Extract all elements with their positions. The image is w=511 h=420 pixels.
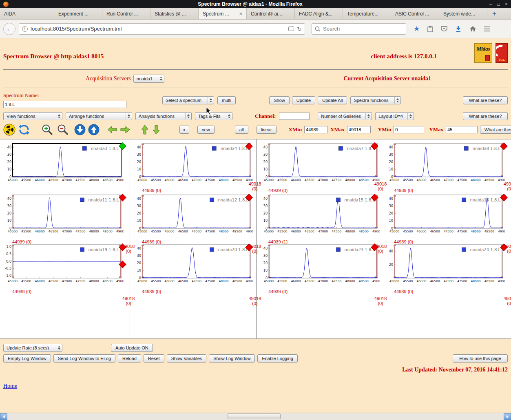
arrow-up-icon[interactable] xyxy=(140,124,149,135)
tab-fadc-align[interactable]: FADC Align &... xyxy=(295,8,343,19)
acquisition-server-select[interactable]: nnaida1 xyxy=(133,75,164,83)
reload-button[interactable]: Reload xyxy=(118,354,141,363)
spectrum-name-input[interactable] xyxy=(3,101,126,108)
search-input[interactable] xyxy=(323,26,403,32)
layout-id-dropdown[interactable]: Layout ID=4 xyxy=(375,112,414,120)
how-to-use-button[interactable]: How to use this page xyxy=(453,354,508,363)
radiation-icon[interactable] xyxy=(3,124,15,136)
update-rate-dropdown[interactable]: Update Rate (8 secs) xyxy=(3,344,62,352)
spectrum-plot[interactable]: 4030201004500045500460004650047000475004… xyxy=(257,141,380,187)
spectrum-plot[interactable]: 4030201004500045500460004650047000475004… xyxy=(1,141,124,187)
download-icon[interactable] xyxy=(455,26,462,32)
spectrum-cell-nnaida15[interactable]: 4030201004500045500460004650047000475004… xyxy=(256,191,382,242)
arrow-down-icon[interactable] xyxy=(152,124,161,135)
url-text[interactable]: localhost:8015/Spectrum/Spectrum.tml xyxy=(31,26,285,32)
scrollbar-left-button[interactable] xyxy=(0,413,7,420)
arrange-functions-dropdown[interactable]: Arrange functions xyxy=(66,112,132,120)
enable-logging-button[interactable]: Enable Logging xyxy=(257,354,297,363)
show-log-window-button[interactable]: Show Log Window xyxy=(209,354,255,363)
pocket-icon[interactable] xyxy=(441,26,447,32)
new-tab-button[interactable]: + xyxy=(487,8,501,19)
minimize-button[interactable]: – xyxy=(489,1,492,7)
spectrum-cell-nnaida24[interactable]: 4020450004550046000465004700047500480004… xyxy=(382,241,511,292)
send-log-window-button[interactable]: Send Log Window to ELog xyxy=(53,354,115,363)
reset-button[interactable]: Reset xyxy=(144,354,164,363)
tab-aida[interactable]: AIDA xyxy=(0,8,54,19)
spectrum-plot[interactable]: 4020450004550046000465004700047500480004… xyxy=(383,242,505,288)
x-button[interactable]: x xyxy=(179,126,189,134)
multi-button[interactable]: multi xyxy=(217,96,236,104)
tab-close-icon[interactable]: × xyxy=(239,11,242,17)
spectrum-plot[interactable]: 4030201004500045500460004650047000475004… xyxy=(131,242,253,288)
spectrum-plot[interactable]: 4030201004500045500460004650047000475004… xyxy=(383,192,505,238)
spectrum-plot[interactable]: 4030201004500045500460004650047000475004… xyxy=(257,192,380,238)
tab-experiment[interactable]: Experiment ... xyxy=(54,8,102,19)
reader-mode-icon[interactable] xyxy=(288,27,294,31)
info-icon[interactable]: i xyxy=(22,26,28,32)
zoom-out-icon[interactable] xyxy=(56,124,69,136)
bookmarks-clipboard-icon[interactable] xyxy=(427,26,433,32)
new-button[interactable]: new xyxy=(197,126,215,134)
home-icon[interactable] xyxy=(469,26,476,32)
analysis-functions-dropdown[interactable]: Analysis functions xyxy=(135,112,192,120)
update-all-button[interactable]: Update All xyxy=(318,96,347,104)
spectrum-plot[interactable]: 4030201004500045500460004650047000475004… xyxy=(383,141,505,187)
url-bar[interactable]: i localhost:8015/Spectrum/Spectrum.tml ↻ xyxy=(19,23,305,35)
channel-input[interactable] xyxy=(279,113,310,120)
linear-button[interactable]: linear xyxy=(257,126,277,134)
what-are-these-button-3[interactable]: What are these? xyxy=(480,126,511,134)
arrow-left-icon[interactable] xyxy=(107,125,117,134)
bookmark-star-icon[interactable]: ★ xyxy=(414,25,420,32)
spectrum-cell-nnaida23[interactable]: 4030201004500045500460004650047000475004… xyxy=(256,241,382,292)
close-button[interactable]: × xyxy=(505,1,508,7)
spectrum-plot[interactable]: 4030201004500045500460004650047000475004… xyxy=(131,141,253,187)
spectrum-cell-nnaida3[interactable]: 4030201004500045500460004650047000475004… xyxy=(0,139,130,191)
scrollbar-right-button[interactable] xyxy=(504,413,511,420)
maximize-button[interactable]: □ xyxy=(497,1,500,7)
what-are-these-button-1[interactable]: What are these? xyxy=(463,96,508,104)
zoom-in-icon[interactable] xyxy=(41,124,54,136)
spectrum-plot[interactable]: 4030201004500045500460004650047000475004… xyxy=(1,192,124,238)
tags-fits-dropdown[interactable]: Tags & Fits xyxy=(195,112,232,120)
spectrum-cell-nnaida12[interactable]: 4030201004500045500460004650047000475004… xyxy=(130,191,256,242)
spectrum-cell-nnaida19[interactable]: 1.00.50.0-0.5-1.045000455004600046500470… xyxy=(0,241,130,292)
scrollbar-track[interactable] xyxy=(7,413,504,420)
refresh-spectra-icon[interactable] xyxy=(18,124,30,136)
tab-spectrum[interactable]: Spectrum ... × xyxy=(199,8,247,19)
tab-statistics[interactable]: Statistics @ ... xyxy=(150,8,199,19)
tab-temperature[interactable]: Temperature... xyxy=(343,8,391,19)
spectrum-cell-nnaida20[interactable]: 4030201004500045500460004650047000475004… xyxy=(130,241,256,292)
back-button[interactable]: ← xyxy=(3,23,15,35)
tab-run-control[interactable]: Run Control ... xyxy=(102,8,150,19)
menu-icon[interactable] xyxy=(484,27,490,31)
xmax-input[interactable] xyxy=(347,126,371,133)
spectrum-cell-nnaida11[interactable]: 4030201004500045500460004650047000475004… xyxy=(0,191,130,242)
spectrum-cell-nnaida4[interactable]: 4030201004500045500460004650047000475004… xyxy=(130,139,256,191)
what-are-these-button-2[interactable]: What are these? xyxy=(463,112,508,120)
spectrum-plot[interactable]: 4030201004500045500460004650047000475004… xyxy=(257,242,380,288)
all-button[interactable]: all xyxy=(235,126,248,134)
update-button[interactable]: Update xyxy=(292,96,315,104)
spectrum-cell-nnaida16[interactable]: 4030201004500045500460004650047000475004… xyxy=(382,191,511,242)
number-of-galleries-dropdown[interactable]: Number of Galleries xyxy=(318,112,372,120)
show-variables-button[interactable]: Show Variables xyxy=(167,354,207,363)
auto-update-button[interactable]: Auto Update ON xyxy=(111,344,153,352)
tab-control[interactable]: Control @ ai... xyxy=(247,8,295,19)
scroll-down-icon[interactable] xyxy=(74,124,86,135)
show-button[interactable]: Show xyxy=(269,96,290,104)
refresh-icon[interactable]: ↻ xyxy=(297,26,302,32)
spectra-functions-dropdown[interactable]: Spectra functions xyxy=(350,96,401,104)
arrow-right-icon[interactable] xyxy=(120,125,131,134)
spectrum-cell-nnaida8[interactable]: 4030201004500045500460004650047000475004… xyxy=(382,139,511,191)
scrollbar-thumb[interactable] xyxy=(228,413,281,419)
view-functions-dropdown[interactable]: View functions xyxy=(3,112,62,120)
scroll-up-icon[interactable] xyxy=(88,124,100,135)
tab-asic-control[interactable]: ASIC Control ... xyxy=(391,8,439,19)
empty-log-window-button[interactable]: Empty Log Window xyxy=(3,354,51,363)
select-spectrum-dropdown[interactable]: Select a spectrum xyxy=(162,96,214,104)
spectrum-plot[interactable]: 1.00.50.0-0.5-1.045000455004600046500470… xyxy=(1,242,124,288)
spectrum-plot[interactable]: 4030201004500045500460004650047000475004… xyxy=(131,192,253,238)
ymax-input[interactable] xyxy=(446,126,478,133)
search-bar[interactable] xyxy=(312,23,406,35)
tab-system-wide[interactable]: System wide... xyxy=(439,8,487,19)
